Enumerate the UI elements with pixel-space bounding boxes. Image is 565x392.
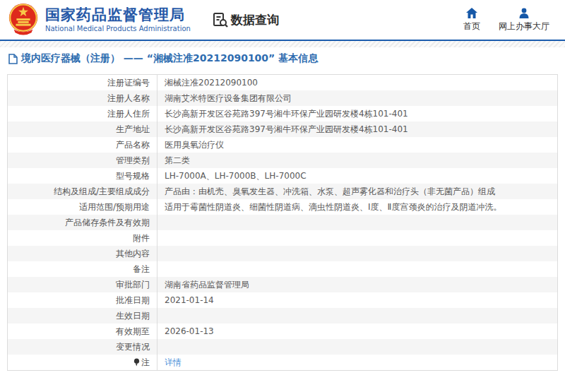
- page-header: 国家药品监督管理局 National Medical Products Admi…: [0, 0, 565, 41]
- row-value: [157, 308, 558, 323]
- site-subtitle: National Medical Products Administration: [45, 25, 191, 32]
- data-query-label: 数据查询: [231, 12, 279, 28]
- table-row: 型号规格LH-7000A、LH-7000B、LH-7000C: [8, 168, 558, 184]
- detail-link[interactable]: 详情: [165, 357, 182, 367]
- info-table-body: 注册证编号湘械注准20212090100注册人名称湖南艾米特医疗设备集团有限公司…: [8, 75, 558, 371]
- row-label: 其他内容: [8, 246, 157, 261]
- row-label: 结构及组成/主要组成成分: [8, 184, 157, 199]
- row-value: 详情: [157, 355, 558, 371]
- row-value: [157, 339, 558, 355]
- data-query-icon: [212, 11, 229, 28]
- row-label: 有效期至: [8, 323, 157, 339]
- row-value: 湖南省药品监督管理局: [157, 277, 558, 292]
- header-shadow-strip: [0, 41, 565, 47]
- row-label: 附件: [8, 230, 157, 246]
- row-value: 产品由：由机壳、臭氧发生器、冲洗箱、水泵、超声雾化器和治疗头（非无菌产品）组成: [157, 184, 558, 199]
- row-value: 2026-01-13: [157, 323, 558, 339]
- row-label: 变更情况: [8, 339, 157, 355]
- table-row: 生效日期: [8, 308, 558, 323]
- table-row: 注册人名称湖南艾米特医疗设备集团有限公司: [8, 90, 558, 106]
- table-row: 注册人住所长沙高新开发区谷苑路397号湘牛环保产业园研发楼4栋101-401: [8, 106, 558, 121]
- row-label: 管理类别: [8, 153, 157, 168]
- row-label: 型号规格: [8, 168, 157, 184]
- row-label: 注册人住所: [8, 106, 157, 121]
- document-icon: [8, 54, 18, 64]
- table-row: 结构及组成/主要组成成分产品由：由机壳、臭氧发生器、冲洗箱、水泵、超声雾化器和治…: [8, 184, 558, 199]
- table-row: 备注: [8, 261, 558, 277]
- table-row: 管理类别第二类: [8, 153, 558, 168]
- row-label: 适用范围/预期用途: [8, 199, 157, 215]
- nav-service-hall[interactable]: 网上办事大厅: [499, 8, 549, 32]
- national-emblem-logo: [7, 2, 40, 37]
- row-value: 湖南艾米特医疗设备集团有限公司: [157, 90, 558, 106]
- header-nav: 首页 网上办事大厅: [463, 8, 549, 32]
- home-icon: [466, 8, 477, 18]
- table-row: 注册证编号湘械注准20212090100: [8, 75, 558, 91]
- table-row: 审批部门湖南省药品监督管理局: [8, 277, 558, 292]
- table-row: 产品名称医用臭氧治疗仪: [8, 137, 558, 153]
- table-row: 批准日期2021-01-14: [8, 292, 558, 308]
- row-label: 生效日期: [8, 308, 157, 323]
- note-icon: [133, 358, 140, 367]
- row-label: 产品储存条件及有效期: [8, 215, 157, 230]
- row-value: LH-7000A、LH-7000B、LH-7000C: [157, 168, 558, 184]
- breadcrumb: 境内医疗器械（注册） —— “湘械注准20212090100” 基本信息: [0, 47, 565, 70]
- site-title: 国家药品监督管理局: [45, 7, 191, 23]
- site-title-block: 国家药品监督管理局 National Medical Products Admi…: [45, 7, 191, 32]
- nav-home[interactable]: 首页: [463, 8, 480, 32]
- row-value: 医用臭氧治疗仪: [157, 137, 558, 153]
- table-row: 其他内容: [8, 246, 558, 261]
- table-row: 附件: [8, 230, 558, 246]
- row-label: 注册证编号: [8, 75, 157, 91]
- data-query-section[interactable]: 数据查询: [212, 11, 279, 28]
- row-value: 适用于霉菌性阴道炎、细菌性阴道病、滴虫性阴道炎、Ⅰ度、Ⅱ度宫颈炎的治疗及阴道冲洗…: [157, 199, 558, 215]
- row-value: 第二类: [157, 153, 558, 168]
- breadcrumb-text: 境内医疗器械（注册） —— “湘械注准20212090100” 基本信息: [21, 52, 318, 65]
- row-label: 审批部门: [8, 277, 157, 292]
- row-label: 注册人名称: [8, 90, 157, 106]
- row-label: 批准日期: [8, 292, 157, 308]
- registration-info-table: 注册证编号湘械注准20212090100注册人名称湖南艾米特医疗设备集团有限公司…: [7, 74, 558, 371]
- row-value: [157, 230, 558, 246]
- table-row: 生产地址长沙高新开发区谷苑路397号湘牛环保产业园研发楼4栋101-401: [8, 121, 558, 137]
- row-value: 长沙高新开发区谷苑路397号湘牛环保产业园研发楼4栋101-401: [157, 106, 558, 121]
- nav-home-label: 首页: [463, 20, 480, 32]
- row-label: 注: [8, 355, 157, 371]
- table-row: 有效期至2026-01-13: [8, 323, 558, 339]
- person-icon: [518, 8, 530, 18]
- row-value: 长沙高新开发区谷苑路397号湘牛环保产业园研发楼4栋101-401: [157, 121, 558, 137]
- row-value: [157, 261, 558, 277]
- row-value: [157, 215, 558, 230]
- table-row: 变更情况: [8, 339, 558, 355]
- row-label: 备注: [8, 261, 157, 277]
- table-row: 产品储存条件及有效期: [8, 215, 558, 230]
- table-row: 注详情: [8, 355, 558, 371]
- row-value: [157, 246, 558, 261]
- row-label: 生产地址: [8, 121, 157, 137]
- table-row: 适用范围/预期用途适用于霉菌性阴道炎、细菌性阴道病、滴虫性阴道炎、Ⅰ度、Ⅱ度宫颈…: [8, 199, 558, 215]
- row-value: 2021-01-14: [157, 292, 558, 308]
- row-label: 产品名称: [8, 137, 157, 153]
- nav-service-hall-label: 网上办事大厅: [499, 20, 549, 32]
- row-value: 湘械注准20212090100: [157, 75, 558, 91]
